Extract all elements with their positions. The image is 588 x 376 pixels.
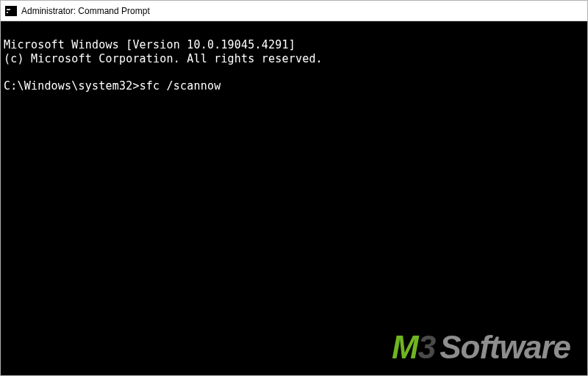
watermark-m: M [392, 329, 418, 365]
terminal-command[interactable]: sfc /scannow [140, 79, 221, 93]
titlebar[interactable]: Administrator: Command Prompt [1, 1, 587, 21]
terminal-line-version: Microsoft Windows [Version 10.0.19045.42… [4, 38, 295, 51]
command-prompt-window: Administrator: Command Prompt Microsoft … [0, 0, 588, 376]
cmd-icon [5, 6, 17, 16]
terminal-prompt: C:\Windows\system32> [4, 79, 140, 93]
terminal-line-copyright: (c) Microsoft Corporation. All rights re… [4, 52, 323, 65]
window-title: Administrator: Command Prompt [21, 6, 150, 16]
watermark-logo: M3Software [392, 329, 570, 366]
watermark-software: Software [440, 329, 570, 365]
terminal-output[interactable]: Microsoft Windows [Version 10.0.19045.42… [1, 21, 587, 375]
watermark-3: 3 [418, 329, 435, 365]
